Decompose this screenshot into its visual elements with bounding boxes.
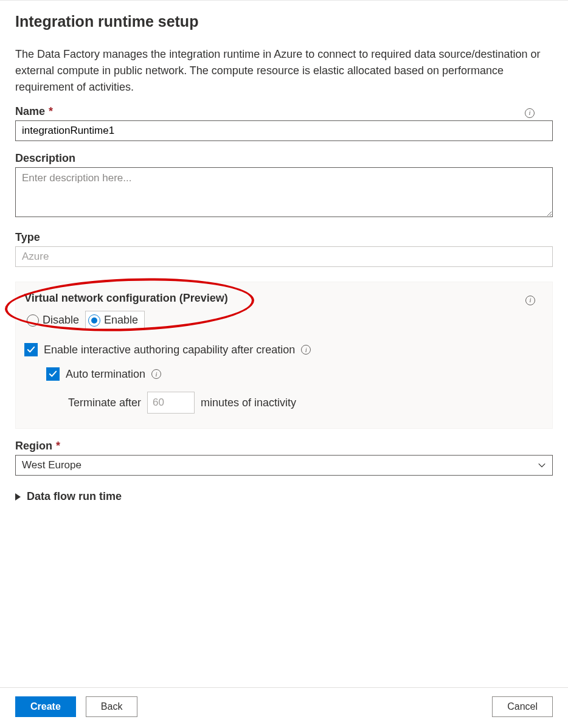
vnet-enable-label: Enable bbox=[104, 314, 138, 327]
footer-bar: Create Back Cancel bbox=[0, 687, 568, 728]
info-icon[interactable]: i bbox=[151, 369, 161, 379]
info-icon[interactable]: i bbox=[525, 108, 535, 118]
chevron-down-icon bbox=[538, 461, 546, 470]
page-title: Integration runtime setup bbox=[15, 13, 553, 30]
radio-icon bbox=[27, 314, 39, 327]
type-input bbox=[15, 246, 553, 267]
intro-text: The Data Factory manages the integration… bbox=[15, 46, 553, 95]
integration-runtime-setup-panel: Integration runtime setup The Data Facto… bbox=[0, 0, 568, 728]
type-label: Type bbox=[15, 231, 553, 244]
name-label-text: Name bbox=[15, 105, 45, 118]
vnet-disable-radio[interactable]: Disable bbox=[24, 311, 85, 329]
interactive-authoring-row: Enable interactive authoring capability … bbox=[24, 343, 544, 356]
terminate-after-suffix: minutes of inactivity bbox=[201, 397, 296, 409]
region-label-text: Region bbox=[15, 440, 52, 452]
chevron-right-icon bbox=[15, 493, 21, 501]
vnet-disable-label: Disable bbox=[43, 314, 79, 327]
description-textarea[interactable] bbox=[15, 167, 553, 217]
auto-termination-checkbox[interactable] bbox=[46, 367, 60, 381]
check-icon bbox=[49, 370, 57, 378]
create-button[interactable]: Create bbox=[15, 696, 76, 717]
check-icon bbox=[27, 345, 35, 354]
interactive-authoring-checkbox[interactable] bbox=[24, 343, 38, 356]
region-value: West Europe bbox=[22, 459, 81, 471]
radio-icon bbox=[88, 314, 100, 327]
interactive-authoring-label: Enable interactive authoring capability … bbox=[44, 344, 295, 356]
info-icon[interactable]: i bbox=[301, 345, 311, 355]
dataflow-runtime-expander[interactable]: Data flow run time bbox=[15, 490, 553, 503]
region-label: Region * bbox=[15, 440, 553, 452]
info-icon[interactable]: i bbox=[525, 296, 535, 305]
back-button[interactable]: Back bbox=[86, 696, 138, 717]
required-star: * bbox=[49, 105, 53, 118]
name-label: Name * bbox=[15, 105, 53, 118]
terminate-after-prefix: Terminate after bbox=[68, 397, 141, 409]
vnet-heading: Virtual network configuration (Preview) bbox=[24, 292, 228, 305]
dataflow-runtime-label: Data flow run time bbox=[27, 490, 122, 503]
description-label: Description bbox=[15, 152, 553, 165]
name-input[interactable] bbox=[15, 120, 553, 141]
terminate-after-input[interactable] bbox=[147, 392, 195, 414]
auto-termination-label: Auto termination bbox=[66, 368, 145, 381]
vnet-radio-group: Disable Enable bbox=[24, 311, 544, 330]
required-star: * bbox=[56, 440, 60, 452]
terminate-after-row: Terminate after minutes of inactivity bbox=[68, 392, 544, 414]
region-select[interactable]: West Europe bbox=[15, 455, 553, 476]
vnet-enable-radio[interactable]: Enable bbox=[85, 311, 145, 330]
cancel-button[interactable]: Cancel bbox=[492, 696, 553, 717]
vnet-section: Virtual network configuration (Preview) … bbox=[15, 282, 553, 429]
auto-termination-row: Auto termination i bbox=[46, 367, 544, 381]
